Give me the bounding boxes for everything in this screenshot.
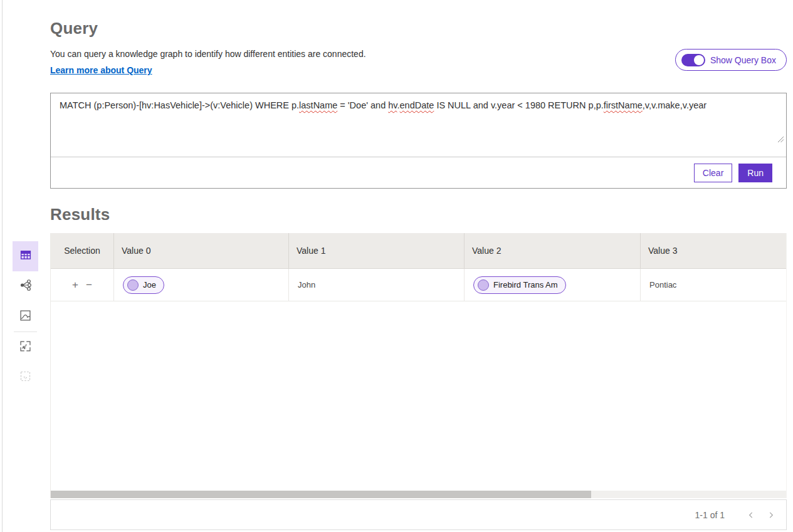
results-view-rail — [13, 241, 38, 392]
sidebar-item-add-to-map[interactable] — [13, 332, 38, 362]
add-to-selection-button[interactable]: + — [72, 279, 78, 290]
horizontal-scrollbar-track[interactable] — [51, 491, 786, 498]
show-query-box-toggle[interactable]: Show Query Box — [675, 49, 787, 71]
query-text-segment: IS NULL and v.year < 1980 RETURN p,p. — [434, 100, 603, 110]
clear-button[interactable]: Clear — [694, 164, 732, 182]
toggle-knob — [694, 55, 704, 65]
results-table: Selection Value 0 Value 1 Value 2 Value … — [50, 233, 787, 498]
query-intro-row: You can query a knowledge graph to ident… — [50, 49, 787, 76]
link-chart-icon — [19, 278, 33, 295]
cell-value2: Firebird Trans Am — [465, 269, 641, 301]
query-text-segment-misspelled: endDate — [400, 100, 434, 110]
sidebar-item-table-view[interactable] — [13, 241, 38, 271]
table-empty-area — [51, 301, 786, 491]
column-header-value1[interactable]: Value 1 — [289, 233, 465, 268]
entity-chip[interactable]: Joe — [123, 276, 164, 294]
previous-page-button[interactable] — [746, 510, 756, 520]
pagination-range-label: 1-1 of 1 — [695, 510, 725, 520]
toggle-label: Show Query Box — [710, 55, 776, 65]
query-title: Query — [50, 19, 787, 38]
remove-from-selection-button[interactable]: − — [86, 279, 92, 290]
table-row: + − Joe John Firebird Trans Am Pontiac — [51, 269, 786, 301]
query-text-segment: = 'Doe' and — [337, 100, 388, 110]
query-text-segment: ,v,v.make,v.year — [643, 100, 706, 110]
column-header-selection[interactable]: Selection — [51, 233, 114, 268]
selection-marquee-icon — [19, 370, 32, 385]
horizontal-scrollbar-thumb[interactable] — [51, 491, 591, 498]
query-text-segment-misspelled: hv — [388, 100, 397, 110]
results-title: Results — [50, 205, 787, 224]
query-text-segment-misspelled: lastName — [299, 100, 337, 110]
sidebar-item-selection-tool[interactable] — [13, 362, 38, 392]
cell-value0: Joe — [114, 269, 289, 301]
pagination-bar: 1-1 of 1 — [50, 499, 787, 530]
sidebar-item-map[interactable] — [13, 301, 38, 331]
learn-more-link[interactable]: Learn more about Query — [50, 65, 152, 75]
row-selection-cell: + − — [51, 269, 114, 301]
entity-dot-icon — [127, 279, 139, 291]
cell-value1: John — [289, 269, 465, 301]
textarea-resize-handle[interactable] — [757, 125, 784, 155]
map-icon — [19, 309, 32, 325]
left-edge-divider — [2, 0, 3, 532]
table-icon — [19, 248, 33, 264]
query-box: MATCH (p:Person)-[hv:HasVehicle]->(v:Veh… — [50, 93, 787, 189]
query-page: Query You can query a knowledge graph to… — [50, 0, 787, 530]
query-description: You can query a knowledge graph to ident… — [50, 49, 675, 59]
entity-dot-icon — [478, 279, 489, 291]
cell-value3: Pontiac — [641, 269, 786, 301]
query-text-segment: MATCH (p:Person)-[hv:HasVehicle]->(v:Veh… — [60, 100, 299, 110]
query-footer: Clear Run — [51, 157, 786, 188]
column-header-value3[interactable]: Value 3 — [641, 233, 786, 268]
table-header-row: Selection Value 0 Value 1 Value 2 Value … — [51, 233, 786, 269]
next-page-button[interactable] — [766, 510, 776, 520]
entity-chip-label: Joe — [143, 280, 156, 289]
column-header-value0[interactable]: Value 0 — [114, 233, 289, 268]
run-button[interactable]: Run — [738, 164, 772, 182]
entity-chip-label: Firebird Trans Am — [493, 280, 558, 289]
query-input[interactable]: MATCH (p:Person)-[hv:HasVehicle]->(v:Veh… — [51, 93, 786, 157]
toggle-switch-icon — [681, 54, 705, 66]
query-text-segment-misspelled: firstName — [604, 100, 643, 110]
entity-chip[interactable]: Firebird Trans Am — [473, 276, 566, 294]
add-to-map-icon — [19, 340, 32, 355]
column-header-value2[interactable]: Value 2 — [465, 233, 641, 268]
sidebar-item-link-chart[interactable] — [13, 271, 38, 301]
